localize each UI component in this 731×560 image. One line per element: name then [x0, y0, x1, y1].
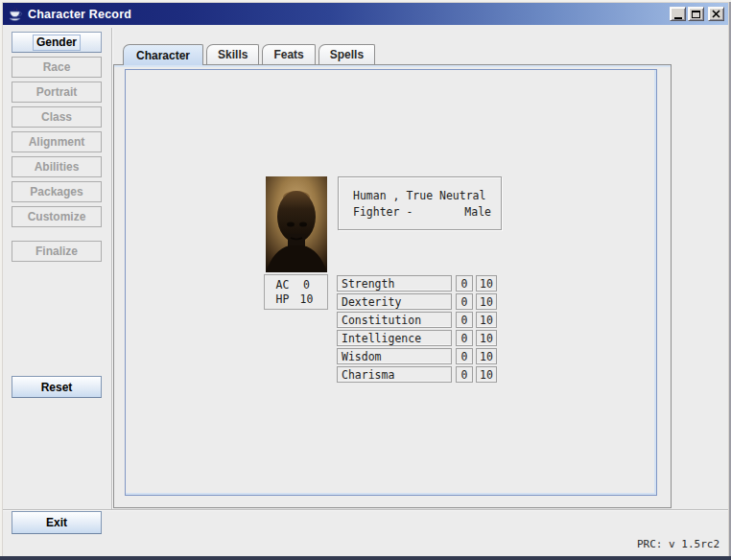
ability-name-wisdom: Wisdom [337, 348, 452, 364]
tab-spells[interactable]: Spells [318, 44, 375, 64]
exit-button[interactable]: Exit [12, 511, 102, 534]
app-window: Character Record Gender Race Portrait Cl… [0, 0, 731, 560]
ability-name-strength: Strength [337, 275, 452, 292]
sidebar-button-portrait: Portrait [12, 82, 102, 103]
character-portrait [266, 176, 327, 272]
summary-box: Human , True Neutral Fighter - Male [338, 176, 502, 230]
reset-button[interactable]: Reset [12, 376, 102, 398]
ability-mod-charisma: 0 [456, 366, 473, 383]
ability-name-dexterity: Dexterity [337, 293, 452, 310]
summary-race-alignment: Human , True Neutral [353, 188, 491, 204]
vitals-box: AC 0 HP 10 [264, 274, 328, 310]
hp-label: HP [276, 292, 290, 306]
tab-feats[interactable]: Feats [262, 44, 315, 64]
close-icon [712, 10, 720, 18]
ability-mod-constitution: 0 [456, 312, 473, 328]
sidebar-button-packages: Packages [12, 181, 102, 202]
ability-score-wisdom: 10 [476, 348, 497, 364]
tab-bar: Character Skills Feats Spells [123, 44, 375, 64]
prc-version-label: PRC: v 1.5rc2 [637, 538, 719, 550]
titlebar[interactable]: Character Record [3, 3, 728, 25]
ability-mod-dexterity: 0 [456, 293, 473, 310]
sidebar-button-class: Class [12, 106, 102, 128]
ability-score-charisma: 10 [476, 366, 497, 383]
window-title: Character Record [28, 8, 131, 21]
ability-mod-strength: 0 [456, 275, 473, 292]
ability-score-intelligence: 10 [476, 330, 497, 346]
tab-skills[interactable]: Skills [206, 44, 259, 64]
sidebar-button-alignment: Alignment [12, 131, 102, 152]
minimize-icon [674, 17, 682, 19]
sidebar-button-gender-label: Gender [33, 35, 81, 51]
summary-class: Fighter - [353, 204, 413, 221]
ability-mod-wisdom: 0 [456, 348, 473, 364]
ability-name-intelligence: Intelligence [337, 330, 452, 346]
window-controls [670, 7, 724, 21]
ability-score-constitution: 10 [476, 312, 497, 328]
minimize-button[interactable] [670, 7, 686, 21]
statusbar-divider [3, 509, 728, 511]
sidebar-button-race: Race [12, 57, 102, 78]
tab-character[interactable]: Character [123, 44, 203, 65]
sidebar-button-finalize: Finalize [12, 241, 102, 262]
ac-label: AC [276, 278, 290, 292]
close-button[interactable] [708, 7, 724, 21]
hp-value: 10 [296, 292, 316, 306]
maximize-button[interactable] [688, 7, 704, 21]
ability-name-charisma: Charisma [337, 366, 452, 383]
ability-score-dexterity: 10 [476, 293, 497, 310]
sidebar-button-customize: Customize [12, 206, 102, 227]
ac-value: 0 [296, 278, 316, 292]
summary-gender: Male [464, 204, 491, 221]
ability-score-strength: 10 [476, 275, 497, 292]
java-coffee-cup-icon [7, 6, 23, 22]
ability-mod-intelligence: 0 [456, 330, 473, 346]
sidebar-button-abilities: Abilities [12, 156, 102, 177]
ability-name-constitution: Constitution [337, 312, 452, 328]
sidebar-button-gender[interactable]: Gender [12, 32, 102, 53]
maximize-icon [692, 11, 700, 18]
